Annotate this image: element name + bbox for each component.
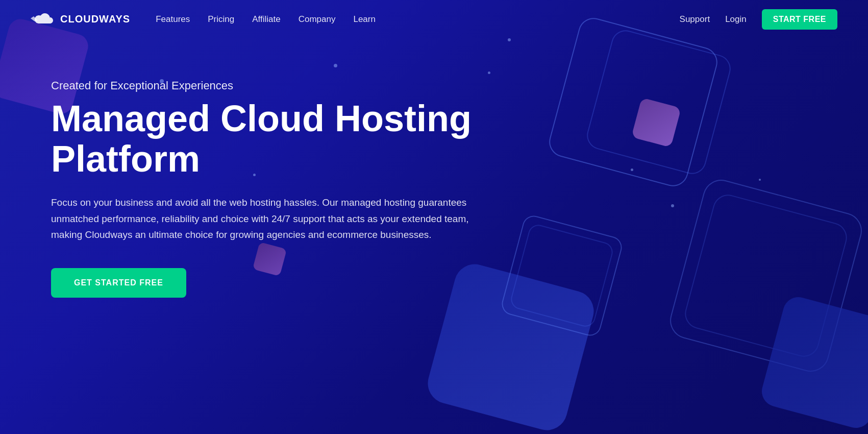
navbar: CLOUDWAYS Features Pricing Affiliate Com… xyxy=(0,0,868,38)
hero-subtitle: Created for Exceptional Experiences xyxy=(51,79,500,92)
hex-solid-blue-bottom xyxy=(758,294,868,431)
hex-outline-bottom-right xyxy=(666,176,866,376)
page-wrapper: CLOUDWAYS Features Pricing Affiliate Com… xyxy=(0,0,868,434)
logo[interactable]: CLOUDWAYS xyxy=(31,11,130,28)
nav-link-company[interactable]: Company xyxy=(299,14,336,25)
nav-link-learn[interactable]: Learn xyxy=(353,14,375,25)
dot-decor-1 xyxy=(508,38,511,41)
nav-links: Features Pricing Affiliate Company Learn xyxy=(156,14,376,25)
start-free-button[interactable]: START FREE xyxy=(762,9,837,30)
hex-outline-medium xyxy=(584,27,734,177)
hero-description: Focus on your business and avoid all the… xyxy=(51,195,495,243)
nav-link-features[interactable]: Features xyxy=(156,14,190,25)
nav-right: Support Login START FREE xyxy=(680,9,837,30)
get-started-button[interactable]: GET STARTED FREE xyxy=(51,268,186,298)
hero-section: Created for Exceptional Experiences Mana… xyxy=(0,38,500,298)
hex-solid-purple xyxy=(631,98,681,148)
logo-text: CLOUDWAYS xyxy=(60,13,130,25)
nav-support-link[interactable]: Support xyxy=(680,14,710,25)
hex-outline-mid-left-inner xyxy=(509,223,615,329)
hero-title: Managed Cloud Hosting Platform xyxy=(51,99,500,179)
cloudways-logo-icon xyxy=(31,11,55,28)
dot-decor-7 xyxy=(671,204,674,207)
dot-decor-8 xyxy=(759,179,761,181)
nav-login-link[interactable]: Login xyxy=(725,14,747,25)
hex-outline-large xyxy=(546,15,721,190)
nav-link-affiliate[interactable]: Affiliate xyxy=(252,14,280,25)
nav-left: CLOUDWAYS Features Pricing Affiliate Com… xyxy=(31,11,376,28)
hex-outline-bottom-right-inner xyxy=(682,191,851,360)
dot-decor-6 xyxy=(631,168,633,171)
hex-outline-mid-left xyxy=(500,213,625,339)
nav-link-pricing[interactable]: Pricing xyxy=(208,14,234,25)
